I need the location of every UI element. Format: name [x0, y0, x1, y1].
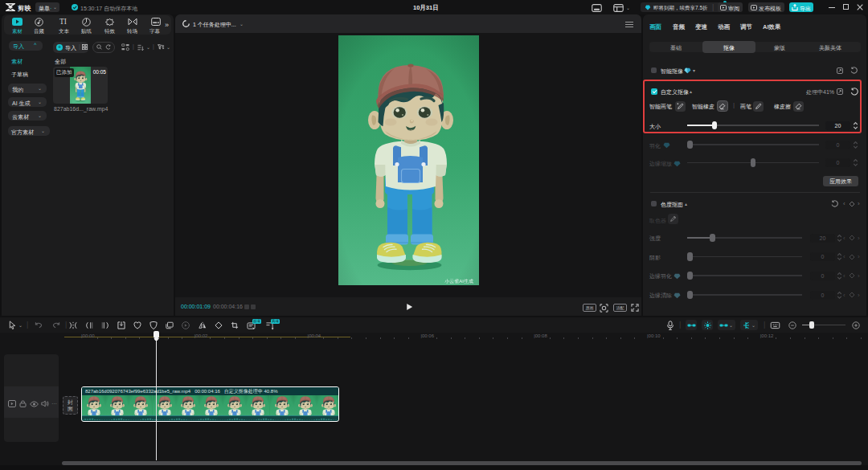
svg-text:小云雀AI生成: 小云雀AI生成 — [444, 279, 473, 284]
